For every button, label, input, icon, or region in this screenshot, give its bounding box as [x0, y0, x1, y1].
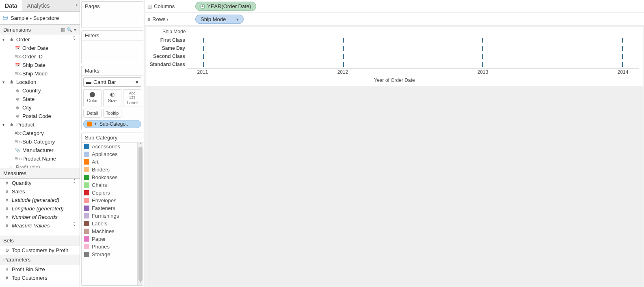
mark-tooltip-button[interactable]: Tooltip	[103, 109, 121, 118]
gantt-mark[interactable]	[622, 38, 623, 43]
sets-tree: ⊘Top Customers by Profit	[0, 246, 80, 255]
gantt-mark[interactable]	[482, 62, 483, 67]
measure-quantity[interactable]: #Quantity˄˅	[0, 179, 80, 187]
scroll-thumb[interactable]	[138, 147, 143, 281]
dim-ship-mode[interactable]: AbcShip Mode	[0, 69, 80, 78]
datasource-row[interactable]: Sample - Superstore	[0, 12, 80, 25]
tab-analytics[interactable]: Analytics ▸	[22, 0, 80, 11]
parameter-label: Top Customers	[12, 275, 47, 281]
gantt-mark[interactable]	[343, 46, 344, 51]
folder-label: Product	[16, 122, 35, 128]
legend-item[interactable]: Fasteners	[82, 204, 143, 212]
legend-item[interactable]: Storage	[82, 251, 143, 258]
dim-label: Order Date	[22, 45, 48, 51]
visualization-canvas[interactable]: Ship Mode First ClassSame DaySecond Clas…	[146, 27, 643, 286]
legend-item[interactable]: Machines	[82, 227, 143, 235]
legend-item[interactable]: Paper	[82, 235, 143, 243]
color-encoding-pill[interactable]: + Sub-Catego..	[83, 120, 141, 128]
date-icon: 📅	[15, 63, 20, 67]
gantt-mark[interactable]	[343, 38, 344, 43]
dim-sub-category[interactable]: AbcSub-Category	[0, 137, 80, 146]
gantt-mark[interactable]	[482, 46, 483, 51]
columns-pill-year[interactable]: + YEAR(Order Date)	[195, 2, 256, 11]
measure-latitude-(generated)[interactable]: #Latitude (generated)	[0, 196, 80, 204]
rows-pill-shipmode[interactable]: Ship Mode ▾	[195, 15, 244, 24]
rows-dropdown-icon[interactable]: ▾	[166, 17, 169, 21]
gantt-mark[interactable]	[203, 54, 204, 59]
legend-item-label: Envelopes	[92, 197, 117, 203]
gantt-mark[interactable]	[203, 62, 204, 67]
legend-item[interactable]: Envelopes	[82, 197, 143, 204]
filters-shelf[interactable]: Filters	[81, 30, 143, 63]
scroll-up-icon[interactable]: ˄	[138, 143, 143, 147]
legend-item[interactable]: Binders	[82, 166, 143, 173]
scroll-down-icon[interactable]: ˅	[138, 281, 143, 285]
mark-size-button[interactable]: ◐Size	[103, 89, 121, 107]
dim-label: City	[22, 105, 31, 111]
set-item[interactable]: ⊘Top Customers by Profit	[0, 246, 80, 255]
chevron-up-down-icon[interactable]: ˄˅	[73, 223, 76, 229]
folder-order[interactable]: ▾⋔Order˄˅	[0, 35, 80, 44]
legend-item[interactable]: Copiers	[82, 189, 143, 197]
folder-product[interactable]: ▾⋔Product	[0, 120, 80, 129]
gantt-mark[interactable]	[343, 54, 344, 59]
gantt-mark[interactable]	[622, 54, 623, 59]
dim-order-date[interactable]: 📅Order Date	[0, 44, 80, 52]
measure-longitude-(generated)[interactable]: #Longitude (generated)	[0, 204, 80, 213]
measure-number-of-records[interactable]: #Number of Records	[0, 213, 80, 221]
dim-manufacturer[interactable]: 📎Manufacturer	[0, 146, 80, 154]
gantt-mark[interactable]	[203, 46, 204, 51]
view-toggle-icon[interactable]: ▦	[61, 27, 65, 32]
mark-color-button[interactable]: ⬤Color	[83, 89, 102, 107]
legend-item[interactable]: Chairs	[82, 181, 143, 189]
gantt-mark[interactable]	[343, 62, 344, 67]
legend-item[interactable]: Phones	[82, 243, 143, 251]
folder-location[interactable]: ▾⋔Location	[0, 78, 80, 86]
chevron-up-down-icon[interactable]: ˄˅	[73, 37, 76, 43]
gantt-mark[interactable]	[622, 62, 623, 67]
mark-type-select[interactable]: ▬ Gantt Bar ▾	[83, 77, 141, 87]
legend-item[interactable]: Appliances	[82, 150, 143, 158]
legend-item[interactable]: Accessories	[82, 143, 143, 150]
dim-city[interactable]: ⊕City	[0, 103, 80, 112]
legend-item[interactable]: Bookcases	[82, 173, 143, 181]
dim-category[interactable]: AbcCategory	[0, 129, 80, 137]
search-icon[interactable]: 🔍	[67, 27, 72, 32]
legend-item[interactable]: Furnishings	[82, 212, 143, 220]
dim-product-name[interactable]: AbcProduct Name	[0, 154, 80, 163]
dim-country[interactable]: ⊕Country	[0, 86, 80, 95]
columns-shelf[interactable]: ▥ Columns + YEAR(Order Date)	[145, 0, 644, 13]
mark-tooltip-label: Tooltip	[106, 111, 119, 116]
parameter-item[interactable]: #Profit Bin Size	[0, 265, 80, 274]
dim-postal-code[interactable]: ⊕Postal Code	[0, 112, 80, 120]
legend-item-label: Copiers	[92, 190, 110, 196]
pill-dropdown-icon[interactable]: ▾	[236, 17, 238, 21]
menu-icon[interactable]: ▾	[74, 27, 76, 32]
gantt-mark[interactable]	[482, 54, 483, 59]
tab-analytics-label: Analytics	[27, 2, 50, 9]
chevron-up-down-icon[interactable]: ˄˅	[73, 180, 76, 186]
mark-detail-button[interactable]: Detail	[83, 109, 102, 118]
rows-shelf[interactable]: ≡ Rows ▾ Ship Mode ▾	[145, 13, 644, 26]
legend-item[interactable]: Art	[82, 158, 143, 166]
pages-shelf[interactable]: Pages	[81, 1, 143, 28]
dim-order-id[interactable]: AbcOrder ID	[0, 52, 80, 61]
sets-label: Sets	[3, 238, 14, 244]
dim-profit-bin[interactable]: ⫲Profit (bin)	[0, 163, 80, 168]
dim-state[interactable]: ⊕State	[0, 95, 80, 103]
gantt-mark[interactable]	[482, 38, 483, 43]
legend-swatch	[84, 152, 89, 157]
parameter-item[interactable]: #Top Customers	[0, 274, 80, 282]
gantt-mark[interactable]	[622, 46, 623, 51]
tab-data[interactable]: Data	[0, 0, 22, 11]
marks-card: Marks ▬ Gantt Bar ▾ ⬤Color ◐Size Abc123L…	[81, 66, 143, 130]
legend-item[interactable]: Labels	[82, 220, 143, 227]
dim-ship-date[interactable]: 📅Ship Date	[0, 61, 80, 69]
legend-swatch	[84, 244, 89, 249]
measure-measure-values[interactable]: #Measure Values˄˅	[0, 221, 80, 230]
legend-scrollbar[interactable]: ˄ ˅	[137, 143, 143, 285]
gantt-mark[interactable]	[203, 38, 204, 43]
number-icon: #	[4, 189, 10, 194]
measure-sales[interactable]: #Sales	[0, 187, 80, 196]
mark-label-button[interactable]: Abc123Label	[123, 89, 141, 107]
